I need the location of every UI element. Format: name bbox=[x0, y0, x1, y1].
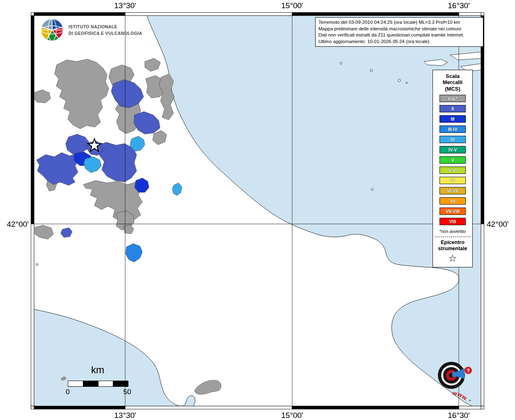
watermark-url: www.haisentitoilterremoto.it bbox=[428, 390, 476, 401]
legend-swatch-v-vi: V-VI bbox=[439, 167, 466, 174]
epicenter-label-line2: strumentale bbox=[433, 246, 472, 252]
event-info-line: Mappa preliminare delle intensità macros… bbox=[318, 26, 480, 32]
map-canvas bbox=[31, 12, 484, 409]
legend-swatch-vi: VI bbox=[439, 177, 466, 184]
legend-swatch-iii-iv: III-IV bbox=[439, 126, 466, 133]
lon-label-top-1: 13°30' bbox=[103, 1, 148, 10]
epicenter-legend-label: Epicentro strumentale bbox=[433, 240, 472, 252]
epicenter-label-line1: Epicentro bbox=[433, 240, 472, 246]
institute-name: ISTITUTO NAZIONALE DI GEOFISICA E VULCAN… bbox=[69, 23, 142, 37]
legend-swatch-viii: VIII bbox=[439, 218, 466, 225]
lon-label-top-2: 15°00' bbox=[270, 1, 315, 10]
legend-title-line2: Mercalli bbox=[433, 79, 472, 85]
legend-swatch-vii-viii: VII-VIII bbox=[439, 208, 466, 215]
legend-title: Scala Mercalli (MCS) bbox=[433, 73, 472, 92]
lon-label-bottom-3: 16°30' bbox=[436, 411, 481, 420]
earthquake-intensity-map-page: 13°30' 15°00' 16°30' 13°30' 15°00' 16°30… bbox=[0, 0, 515, 420]
lat-label-right: 42°00' bbox=[487, 220, 509, 229]
scale-bar-segment bbox=[68, 381, 83, 386]
event-info-line: Terremoto del 03-09-2010 04:24:25 (ora l… bbox=[318, 19, 480, 26]
scale-bar-end-label: 50 bbox=[120, 388, 134, 396]
legend-swatch-ii: II bbox=[439, 105, 466, 112]
lon-label-bottom-1: 13°30' bbox=[103, 411, 148, 420]
legend-swatch-vi-vii: VI-VII bbox=[439, 187, 466, 194]
event-info-box: Terremoto del 03-09-2010 04:24:25 (ora l… bbox=[315, 17, 483, 47]
watermark-url-prefix: www. bbox=[451, 390, 470, 401]
scale-bar bbox=[68, 381, 128, 387]
institute-name-line1: ISTITUTO NAZIONALE bbox=[69, 23, 142, 30]
lat-label-left: 42°00' bbox=[2, 220, 29, 229]
island bbox=[406, 82, 407, 84]
legend-items: n.a.*IIIIIIII-IVIVIV-VVV-VIVIVI-VIIVIIVI… bbox=[433, 95, 472, 225]
legend-swatch-vii: VII bbox=[439, 197, 466, 205]
haisentito-logo: ? www.haisentitoilterremoto.it bbox=[426, 350, 477, 401]
legend-swatch-iv: IV bbox=[439, 136, 466, 143]
island bbox=[371, 189, 373, 191]
event-info-line: Dati non verificati estratti da 211 ques… bbox=[318, 32, 480, 39]
scale-bar-start-label: 0 bbox=[62, 388, 74, 396]
legend-swatch-iv-v: IV-V bbox=[439, 146, 466, 153]
legend-swatch-iii: III bbox=[439, 115, 466, 123]
legend-title-line1: Scala bbox=[433, 73, 472, 79]
island bbox=[36, 264, 38, 266]
scale-bar-segment bbox=[98, 381, 114, 386]
legend-swatch-n-a-: n.a.* bbox=[439, 95, 466, 102]
legend-swatch-v: V bbox=[439, 156, 466, 164]
epicenter-legend-star-icon: ☆ bbox=[433, 253, 472, 263]
question-mark: ? bbox=[467, 368, 470, 374]
ingv-logo bbox=[40, 18, 64, 42]
map-frame bbox=[31, 12, 484, 409]
island bbox=[340, 62, 342, 64]
mercalli-legend: Scala Mercalli (MCS) n.a.*IIIIIIII-IVIVI… bbox=[433, 70, 473, 267]
scale-bar-segment bbox=[113, 381, 128, 386]
scale-bar-unit: km bbox=[77, 364, 118, 376]
institute-name-line2: DI GEOFISICA E VULCANOLOGIA bbox=[69, 30, 142, 37]
legend-footnote: *non avvertito bbox=[433, 229, 472, 234]
lon-label-top-3: 16°30' bbox=[436, 1, 481, 10]
legend-divider bbox=[435, 237, 471, 237]
lon-label-bottom-2: 15°00' bbox=[270, 411, 315, 420]
island bbox=[398, 79, 401, 82]
scale-bar-segment bbox=[83, 381, 98, 386]
event-info-line: Ultimo aggiornamento: 10-01-2026 05:24 (… bbox=[318, 39, 480, 45]
legend-title-line3: (MCS) bbox=[433, 86, 472, 92]
haisentito-watermark: ? www.haisentitoilterremoto.it bbox=[426, 350, 477, 401]
ingv-header: ISTITUTO NAZIONALE DI GEOFISICA E VULCAN… bbox=[40, 18, 142, 42]
island bbox=[370, 69, 373, 72]
